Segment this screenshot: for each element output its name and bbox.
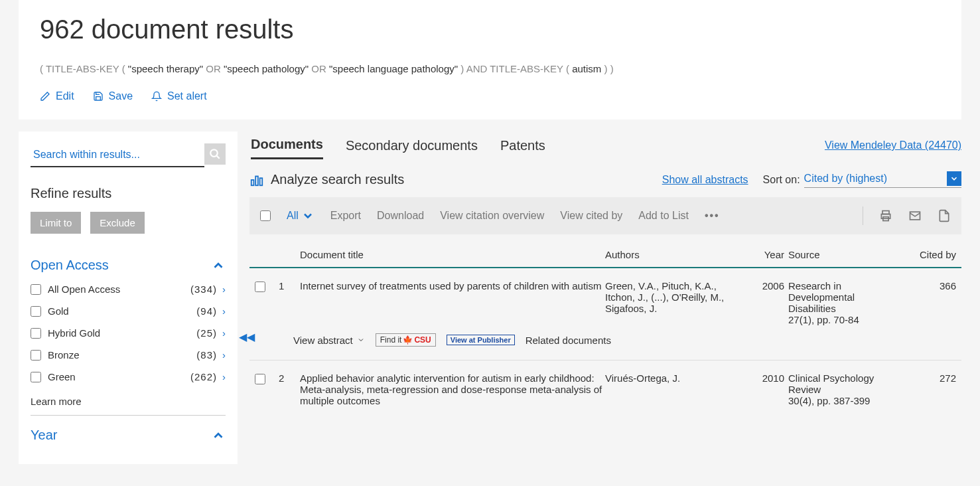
- download-button[interactable]: Download: [377, 210, 424, 222]
- chevron-up-icon: [211, 258, 226, 273]
- edit-link[interactable]: Edit: [40, 90, 74, 102]
- table-row: 2 Applied behavior analytic intervention…: [249, 361, 961, 414]
- analyze-results-link[interactable]: Analyze search results: [249, 172, 404, 187]
- facet-checkbox[interactable]: [31, 328, 41, 339]
- mail-icon[interactable]: [908, 209, 922, 222]
- chevron-down-icon: [301, 209, 315, 222]
- bar-chart-icon: [249, 173, 264, 187]
- sort-value[interactable]: Cited by (highest): [804, 173, 887, 185]
- chevron-right-icon: ›: [222, 349, 226, 361]
- save-link[interactable]: Save: [93, 90, 133, 102]
- tab-documents[interactable]: Documents: [251, 131, 323, 159]
- query-string: ( TITLE-ABS-KEY ( "speech therapy" OR "s…: [40, 63, 940, 74]
- svg-point-0: [210, 149, 218, 157]
- col-cited-by: Cited by: [880, 249, 956, 260]
- more-icon[interactable]: •••: [705, 210, 720, 222]
- chevron-right-icon: ›: [222, 305, 226, 317]
- show-all-abstracts-link[interactable]: Show all abstracts: [662, 174, 748, 186]
- pencil-icon: [40, 91, 50, 102]
- col-authors: Authors: [605, 249, 744, 260]
- view-abstract-link[interactable]: View abstract: [293, 335, 365, 346]
- citation-overview-button[interactable]: View citation overview: [440, 210, 544, 222]
- document-title-link[interactable]: Internet survey of treatments used by pa…: [293, 280, 605, 325]
- facet-checkbox[interactable]: [31, 284, 41, 295]
- sort-dropdown-button[interactable]: [947, 171, 961, 186]
- row-number: 1: [279, 280, 293, 325]
- facet-checkbox[interactable]: [31, 372, 41, 382]
- exclude-button[interactable]: Exclude: [90, 212, 144, 234]
- document-title-link[interactable]: Applied behavior analytic intervention f…: [293, 372, 605, 406]
- chevron-up-icon: [211, 428, 226, 443]
- sort-on-label: Sort on:: [763, 174, 800, 186]
- find-it-csu-button[interactable]: Find it 🍁 CSU: [376, 333, 436, 347]
- tab-secondary-documents[interactable]: Secondary documents: [346, 133, 478, 159]
- facet-open-access[interactable]: Open Access: [31, 252, 226, 278]
- svg-rect-2: [251, 180, 254, 185]
- facet-checkbox[interactable]: [31, 306, 41, 317]
- col-source: Source: [784, 249, 880, 260]
- chevron-down-icon: [357, 336, 365, 344]
- row-checkbox[interactable]: [255, 374, 265, 384]
- authors-text: Virués-Ortega, J.: [605, 372, 744, 406]
- col-document-title: Document title: [293, 249, 605, 260]
- facet-item-gold[interactable]: Gold (94) ›: [31, 300, 226, 322]
- collapse-sidebar-icon[interactable]: ◀◀: [239, 331, 255, 343]
- search-within-input[interactable]: [31, 143, 204, 167]
- all-dropdown[interactable]: All: [287, 209, 315, 222]
- table-row: 1 Internet survey of treatments used by …: [249, 268, 961, 333]
- year-text: 2006: [744, 280, 784, 325]
- row-number: 2: [279, 372, 293, 406]
- refine-results-heading: Refine results: [31, 186, 226, 201]
- mendeley-link[interactable]: View Mendeley Data (24470): [825, 139, 961, 151]
- limit-to-button[interactable]: Limit to: [31, 212, 81, 234]
- svg-line-1: [216, 155, 220, 159]
- pdf-icon[interactable]: [938, 209, 951, 222]
- save-icon: [93, 91, 104, 102]
- svg-rect-3: [255, 176, 258, 185]
- tab-patents[interactable]: Patents: [500, 133, 545, 159]
- facet-year[interactable]: Year: [31, 422, 226, 448]
- facet-item-bronze[interactable]: Bronze (83) ›: [31, 344, 226, 366]
- search-icon: [209, 148, 221, 160]
- view-at-publisher-button[interactable]: View at Publisher: [447, 335, 515, 345]
- source-text: Clinical Psychology Review 30(4), pp. 38…: [784, 372, 880, 406]
- chevron-right-icon: ›: [222, 371, 226, 382]
- cited-by-link[interactable]: 272: [880, 372, 956, 406]
- facet-checkbox[interactable]: [31, 350, 41, 361]
- facet-item-hybrid-gold[interactable]: Hybrid Gold (25) ›: [31, 322, 226, 344]
- col-year: Year: [744, 249, 784, 260]
- chevron-right-icon: ›: [222, 284, 226, 295]
- page-title: 962 document results: [40, 15, 940, 44]
- authors-text: Green, V.A., Pituch, K.A., Itchon, J., (…: [605, 280, 744, 325]
- row-checkbox[interactable]: [255, 282, 265, 292]
- add-to-list-button[interactable]: Add to List: [638, 210, 689, 222]
- search-within-button[interactable]: [204, 143, 226, 165]
- print-icon[interactable]: [879, 209, 892, 222]
- facet-item-all-open-access[interactable]: All Open Access (334) ›: [31, 278, 226, 300]
- cited-by-link[interactable]: 366: [880, 280, 956, 325]
- year-text: 2010: [744, 372, 784, 406]
- learn-more-link[interactable]: Learn more: [31, 388, 226, 416]
- related-documents-link[interactable]: Related documents: [525, 335, 611, 346]
- facet-item-green[interactable]: Green (262) ›: [31, 366, 226, 388]
- view-cited-by-button[interactable]: View cited by: [560, 210, 622, 222]
- source-text: Research in Developmental Disabilities 2…: [784, 280, 880, 325]
- set-alert-link[interactable]: Set alert: [151, 90, 207, 102]
- chevron-down-icon: [949, 174, 959, 183]
- chevron-right-icon: ›: [222, 327, 226, 339]
- bell-icon: [151, 91, 162, 102]
- export-button[interactable]: Export: [330, 210, 361, 222]
- svg-rect-4: [260, 178, 263, 185]
- select-all-checkbox[interactable]: [260, 210, 271, 221]
